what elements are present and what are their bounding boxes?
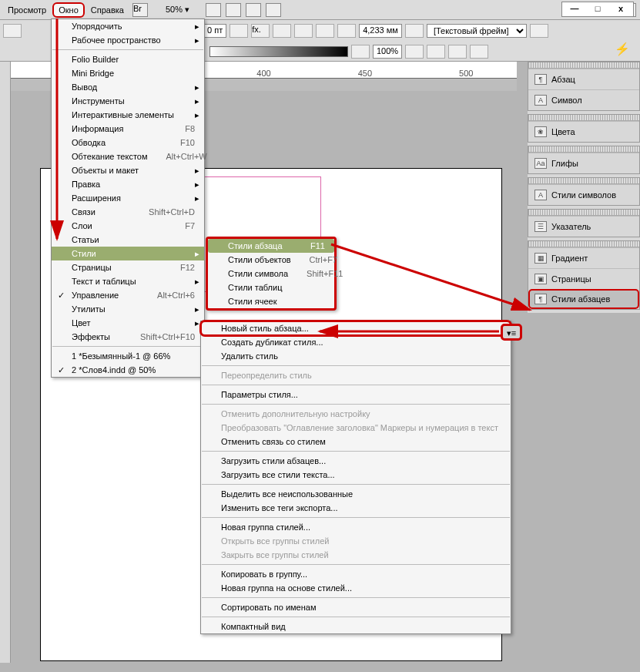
menu-item[interactable]: ОбводкаF10	[52, 136, 204, 150]
stroke-weight-field[interactable]: 0 пт	[203, 24, 226, 38]
panel-tab[interactable]: AСимвол	[528, 89, 639, 110]
context-menu-item[interactable]: Выделить все неиспользованные	[201, 487, 511, 501]
zoom-combo[interactable]: 50% ▾	[166, 5, 189, 15]
panel-label: Абзац	[551, 75, 575, 84]
arrange-icon[interactable]	[226, 3, 241, 17]
menu-item[interactable]: Правка	[52, 177, 204, 191]
context-menu-item[interactable]: Изменить все теги экспорта...	[201, 501, 511, 515]
styles-submenu: Стили абзацаF11Стили объектовCtrl+F7Стил…	[206, 237, 337, 311]
panel-tab[interactable]: ▣Страницы	[528, 268, 639, 289]
menu-item[interactable]: СвязиShift+Ctrl+D	[52, 205, 204, 219]
panel-label: Цвета	[551, 127, 575, 136]
menu-item[interactable]: Инструменты	[52, 94, 204, 108]
panel-tab[interactable]: ¶Стили абзацев	[528, 289, 639, 309]
context-menu-item[interactable]: Отменить связь со стилем	[201, 435, 511, 449]
menu-item[interactable]: Утилиты	[52, 302, 204, 316]
panel-tab[interactable]: AaГлифы	[528, 153, 639, 173]
context-menu-item: Закрыть все группы стилей	[201, 548, 511, 562]
gradient-ramp[interactable]	[209, 46, 348, 57]
menu-item[interactable]: Folio Builder	[52, 52, 204, 66]
panel-tab[interactable]: ❀Цвета	[528, 121, 639, 142]
context-menu-item[interactable]: Загрузить стили абзацев...	[201, 454, 511, 468]
textwrap3-icon[interactable]	[316, 24, 334, 38]
menu-item[interactable]: СлоиF7	[52, 219, 204, 233]
panel-icon: ▦	[534, 253, 547, 264]
context-menu-item[interactable]: Создать дубликат стиля...	[201, 335, 511, 349]
context-menu-item[interactable]: Копировать в группу...	[201, 567, 511, 581]
bridge-icon[interactable]: Br	[132, 3, 148, 17]
textframe-icon[interactable]	[405, 24, 424, 38]
fx-icon[interactable]: fx.	[251, 24, 270, 38]
menu-item[interactable]: Текст и таблицы	[52, 274, 204, 288]
menu-item[interactable]: Расширения	[52, 191, 204, 205]
submenu-item[interactable]: Стили таблиц	[208, 281, 334, 294]
menu-item[interactable]: Статьи	[52, 233, 204, 247]
textwrap1-icon[interactable]	[273, 24, 291, 38]
panel-tab[interactable]: ▦Градиент	[528, 247, 639, 268]
minimize-button[interactable]: —	[565, 4, 584, 15]
context-menu-item[interactable]: Удалить стиль	[201, 349, 511, 363]
panel-menu-button[interactable]: ▾≡	[501, 324, 522, 341]
textwrap4-icon[interactable]	[337, 24, 356, 38]
maximize-button[interactable]: □	[588, 4, 607, 15]
char-panel-icon[interactable]	[3, 24, 22, 38]
fit1-icon[interactable]	[351, 45, 370, 59]
window-menu: УпорядочитьРабочее пространствоFolio Bui…	[51, 18, 205, 378]
swatch-icon[interactable]	[230, 24, 248, 38]
context-menu-item[interactable]: Новый стиль абзаца...	[201, 321, 511, 335]
fit3-icon[interactable]	[427, 45, 445, 59]
menu-item[interactable]: 2 *Слов4.indd @ 50%	[52, 363, 204, 377]
menu-item[interactable]: Интерактивные элементы	[52, 108, 204, 122]
fit2-icon[interactable]	[405, 45, 424, 59]
context-menu-item[interactable]: Компактный вид	[201, 620, 511, 633]
submenu-item[interactable]: Стили ячеек	[208, 294, 334, 308]
context-menu-item[interactable]: Загрузить все стили текста...	[201, 468, 511, 482]
options-icon[interactable]	[530, 24, 548, 38]
paragraph-styles-panel-menu: Новый стиль абзаца...Создать дубликат ст…	[200, 321, 511, 634]
menu-item[interactable]: СтраницыF12	[52, 260, 204, 274]
close-button[interactable]: x	[612, 4, 630, 15]
menu-item[interactable]: Цвет	[52, 316, 204, 330]
lightning-icon[interactable]: ⚡	[608, 42, 637, 57]
submenu-item[interactable]: Стили символаShift+F11	[208, 267, 334, 281]
panel-tab[interactable]: AСтили символов	[528, 184, 639, 205]
context-menu-item: Переопределить стиль	[201, 368, 511, 382]
panel-label: Глифы	[551, 159, 578, 168]
textwrap2-icon[interactable]	[294, 24, 313, 38]
menu-item[interactable]: Упорядочить	[52, 19, 204, 33]
screen-mode-icon[interactable]	[206, 3, 221, 17]
context-menu-item[interactable]: Параметры стиля...	[201, 388, 511, 402]
menu-item[interactable]: Вывод	[52, 80, 204, 94]
menu-help[interactable]: Справка	[85, 2, 130, 18]
offset-field[interactable]: 4,233 мм	[359, 24, 402, 38]
panel-tab[interactable]: ☰Указатель	[528, 216, 639, 237]
menu-item[interactable]: Обтекание текстомAlt+Ctrl+W	[52, 150, 204, 163]
fit4-icon[interactable]	[448, 45, 467, 59]
context-menu-item[interactable]: Сортировать по именам	[201, 600, 511, 614]
menu-item[interactable]: 1 *Безымянный-1 @ 66%	[52, 349, 204, 363]
menu-item[interactable]: УправлениеAlt+Ctrl+6	[52, 288, 204, 302]
context-menu-item: Отменить дополнительную настройку	[201, 407, 511, 421]
panel-label: Стили абзацев	[551, 294, 610, 304]
zoom2-field[interactable]: 100%	[373, 45, 402, 59]
preview-icon[interactable]	[470, 45, 488, 59]
context-menu-item: Преобразовать "Оглавление заголовка" Мар…	[201, 421, 511, 435]
menu-window[interactable]: Окно	[52, 2, 85, 18]
menu-item[interactable]: ИнформацияF8	[52, 122, 204, 136]
menu-item[interactable]: Стили	[52, 247, 204, 260]
view-options-icon[interactable]	[246, 3, 261, 17]
context-menu-item[interactable]: Новая группа стилей...	[201, 520, 511, 534]
context-menu-item[interactable]: Новая группа на основе стилей...	[201, 581, 511, 595]
menu-item[interactable]: Объекты и макет	[52, 163, 204, 177]
menu-view[interactable]: Просмотр	[2, 2, 52, 18]
textframe-combo[interactable]: [Текстовый фрейм]	[427, 24, 527, 38]
tools-panel[interactable]	[0, 62, 11, 663]
context-menu-item: Открыть все группы стилей	[201, 534, 511, 548]
panel-tab[interactable]: ¶Абзац	[528, 69, 639, 89]
submenu-item[interactable]: Стили объектовCtrl+F7	[208, 253, 334, 267]
menu-item[interactable]: Mini Bridge	[52, 66, 204, 80]
submenu-item[interactable]: Стили абзацаF11	[208, 239, 334, 253]
layout-icon[interactable]	[266, 3, 281, 17]
menu-item[interactable]: Рабочее пространство	[52, 33, 204, 47]
menu-item[interactable]: ЭффектыShift+Ctrl+F10	[52, 330, 204, 344]
